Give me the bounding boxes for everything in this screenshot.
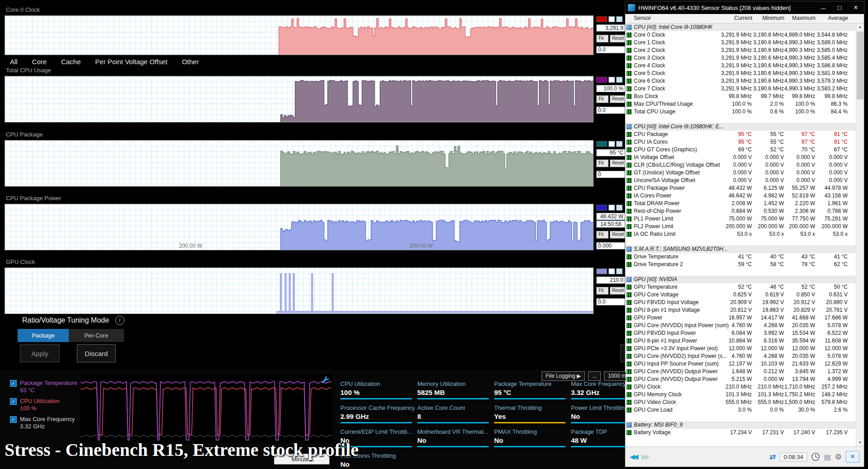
sensor-row[interactable]: Core 5 Clock3,291.9 MHz3,190.6 MHz4,990.…	[625, 70, 856, 77]
sensor-row[interactable]: Drive Temperature41 °C40 °C43 °C41 °C	[625, 253, 856, 261]
graph-option-box[interactable]	[609, 205, 615, 211]
sensor-row[interactable]: GPU FBVDD Input Power6.084 W3.992 W15.53…	[625, 329, 856, 337]
graph-min-field[interactable]: 0.0	[596, 107, 625, 114]
reset-button[interactable]: Reset	[610, 95, 626, 103]
close-button[interactable]	[848, 1, 864, 14]
sensor-row[interactable]: CPU Package Power48.432 W6.125 W55.257 W…	[625, 184, 856, 192]
graph-min-field[interactable]: 0.000	[596, 242, 625, 249]
sensor-row[interactable]: IA Voltage Offset0.000 V0.000 V0.000 V0.…	[625, 154, 856, 161]
graph-option-box[interactable]	[616, 205, 623, 211]
tab-per-core[interactable]: Per-Core	[69, 329, 124, 342]
graph-option-box[interactable]	[609, 16, 615, 22]
sensor-row[interactable]: Core 4 Clock3,291.9 MHz3,190.6 MHz4,990.…	[625, 62, 856, 70]
graph-color-swatch[interactable]	[596, 205, 607, 211]
fit-y-button[interactable]: Fit y	[596, 35, 609, 42]
info-icon[interactable]	[115, 316, 124, 325]
sensor-row[interactable]: Max CPU/Thread Usage100.0 %2.0 %100.0 %8…	[625, 100, 856, 108]
sensor-row[interactable]: Battery Voltage17.234 V17.231 V17.240 V1…	[625, 429, 856, 436]
hwinfo-titlebar[interactable]: HWiNFO64 v6.40-4330 Sensor Status [208 v…	[625, 1, 864, 14]
sensor-row[interactable]: Rest-of-Chip Power0.684 W0.530 W2.306 W0…	[625, 207, 856, 215]
sensor-row[interactable]: GPU Temperature52 °C46 °C52 °C50 °C	[625, 283, 856, 291]
menu-item-other[interactable]: Other	[182, 58, 199, 66]
sensor-row[interactable]: Core 3 Clock3,291.9 MHz3,190.6 MHz4,990.…	[625, 54, 856, 62]
menu-item-cache[interactable]: Cache	[61, 58, 80, 66]
sensor-row[interactable]: Core 2 Clock3,291.9 MHz3,190.6 MHz4,990.…	[625, 47, 856, 54]
graph-color-swatch[interactable]	[596, 16, 607, 22]
report-icon[interactable]	[824, 453, 831, 461]
sensor-row[interactable]: GPU FBVDD Input Voltage20.909 V19.992 V2…	[625, 299, 856, 306]
col-minimum[interactable]: Minimum	[762, 15, 784, 21]
sensor-row[interactable]: CPU IA Cores95 °C55 °C97 °C91 °C	[625, 138, 856, 146]
checkbox-checked-icon[interactable]	[10, 380, 17, 387]
menu-item-core[interactable]: Core	[32, 58, 47, 66]
sensor-section-row[interactable]: Battery: MSI BIF0_9	[625, 421, 856, 429]
more-options-button[interactable]: ...	[588, 371, 601, 381]
sensor-row[interactable]: CPU Package95 °C55 °C97 °C91 °C	[625, 131, 856, 138]
fit-y-button[interactable]: Fit y	[596, 231, 609, 239]
menu-item-per-point-voltage-offset[interactable]: Per Point Voltage Offset	[95, 58, 168, 66]
reset-button[interactable]: Reset	[610, 159, 626, 167]
tab-package[interactable]: Package	[18, 329, 69, 342]
col-sensor[interactable]: Sensor	[634, 15, 651, 21]
sensor-row[interactable]: Total DRAM Power2.008 W1.452 W2.220 W1.9…	[625, 200, 856, 207]
graph-option-box[interactable]	[616, 77, 623, 83]
clock-icon[interactable]	[811, 452, 820, 461]
col-maximum[interactable]: Maximum	[792, 15, 816, 21]
sensor-section-row[interactable]: S.M.A.R.T.: SAMSUNG MZVLB2T0H...	[625, 245, 856, 253]
sensor-section-row[interactable]: CPU [#0]: Intel Core i9-10980HK	[625, 23, 856, 31]
graph-min-field[interactable]: 0.0	[596, 46, 625, 53]
sensor-row[interactable]: GPU Core (NVVDD) Input Power (sum)4.760 …	[625, 322, 856, 329]
close-sensors-button[interactable]	[846, 451, 859, 463]
graph-color-swatch[interactable]	[596, 77, 607, 83]
wrench-icon[interactable]	[321, 375, 330, 384]
sensor-row[interactable]: IA OC Ratio Limit53.0 x53.0 x53.0 x53.0 …	[625, 230, 856, 238]
graph-option-box[interactable]	[609, 77, 615, 83]
sensor-row[interactable]: Core 1 Clock3,291.9 MHz3,190.6 MHz4,990.…	[625, 39, 856, 47]
sensor-row[interactable]: GPU Memory Clock101.3 MHz101.3 MHz1,750.…	[625, 391, 856, 399]
reset-button[interactable]: Reset	[610, 287, 626, 295]
settings-gear-icon[interactable]	[835, 452, 842, 462]
sensor-row[interactable]: Total CPU Usage100.0 %0.6 %100.0 %84.4 %	[625, 108, 856, 116]
sensor-row[interactable]: GPU PCIe +3.3V Input Power (est)12.000 W…	[625, 345, 856, 352]
sensor-row[interactable]: GPU Core Voltage0.625 V0.619 V0.850 V0.6…	[625, 291, 856, 299]
sensor-row[interactable]: PL2 Power Limit200.000 W200.000 W200.000…	[625, 223, 856, 230]
sensor-section-row[interactable]: GPU [#0]: NVIDIA	[625, 276, 856, 283]
menu-item-all[interactable]: All	[10, 58, 18, 66]
graph-option-box[interactable]	[616, 16, 623, 22]
file-logging-button[interactable]: File Logging ▶	[542, 371, 585, 381]
checkbox-checked-icon[interactable]	[10, 398, 17, 405]
graph-option-box[interactable]	[616, 268, 623, 274]
sensor-row[interactable]: GPU Core (NVVDD2) Input Power (s...4.760…	[625, 352, 856, 360]
sensor-row[interactable]: GPU Input PP Source Power (sum)12.197 W1…	[625, 360, 856, 368]
sensor-row[interactable]: GPU Video Clock555.0 MHz555.0 MHz1,500.0…	[625, 399, 856, 406]
col-average[interactable]: Average	[828, 15, 848, 21]
sensor-row[interactable]: GPU Clock210.0 MHz210.0 MHz1,710.0 MHz25…	[625, 383, 856, 391]
sensor-row[interactable]: Drive Temperature 259 °C58 °C78 °C62 °C	[625, 261, 856, 268]
sensor-row[interactable]: CPU GT Cores (Graphics)69 °C52 °C70 °C67…	[625, 146, 856, 154]
scroll-thumb[interactable]	[857, 32, 863, 99]
history-forward-icon[interactable]	[642, 453, 648, 461]
refresh-arrows-icon[interactable]	[769, 452, 776, 462]
graph-min-field[interactable]: 0.0	[596, 298, 625, 305]
minimize-button[interactable]	[815, 1, 831, 14]
sensor-row[interactable]: Uncore/SA Voltage Offset0.000 V0.000 V0.…	[625, 177, 856, 184]
graph-option-box[interactable]	[609, 141, 615, 147]
checkbox-checked-icon[interactable]	[10, 416, 17, 423]
sensor-row[interactable]: Core 6 Clock3,291.9 MHz3,190.6 MHz4,990.…	[625, 77, 856, 85]
sensor-row[interactable]: GPU Core (NVVDD) Output Power5.215 W0.00…	[625, 375, 856, 383]
graph-min-field[interactable]: 0	[596, 171, 625, 178]
reset-button[interactable]: Reset	[610, 35, 626, 42]
maximize-button[interactable]	[831, 1, 848, 14]
sensor-row[interactable]: PL1 Power Limit75.000 W75.000 W77.750 W7…	[625, 215, 856, 223]
sensor-row[interactable]: GPU Core (NVVDD) Output Power1.648 W0.21…	[625, 368, 856, 375]
col-current[interactable]: Current	[734, 15, 752, 21]
sensor-row[interactable]: Core 7 Clock3,291.9 MHz3,190.6 MHz4,990.…	[625, 85, 856, 93]
graph-color-swatch[interactable]	[596, 141, 607, 147]
graph-option-box[interactable]	[609, 268, 615, 274]
sensor-row[interactable]: IA Cores Power46.642 W4.982 W52.819 W43.…	[625, 192, 856, 200]
sensor-row[interactable]: GPU 8-pin #1 Input Power10.864 W8.316 W3…	[625, 337, 856, 345]
sensor-row[interactable]: GPU 8-pin #1 Input Voltage20.812 V19.863…	[625, 306, 856, 314]
graph-color-swatch[interactable]	[596, 268, 607, 274]
fit-y-button[interactable]: Fit y	[596, 159, 609, 167]
history-back-icon[interactable]	[630, 453, 637, 461]
